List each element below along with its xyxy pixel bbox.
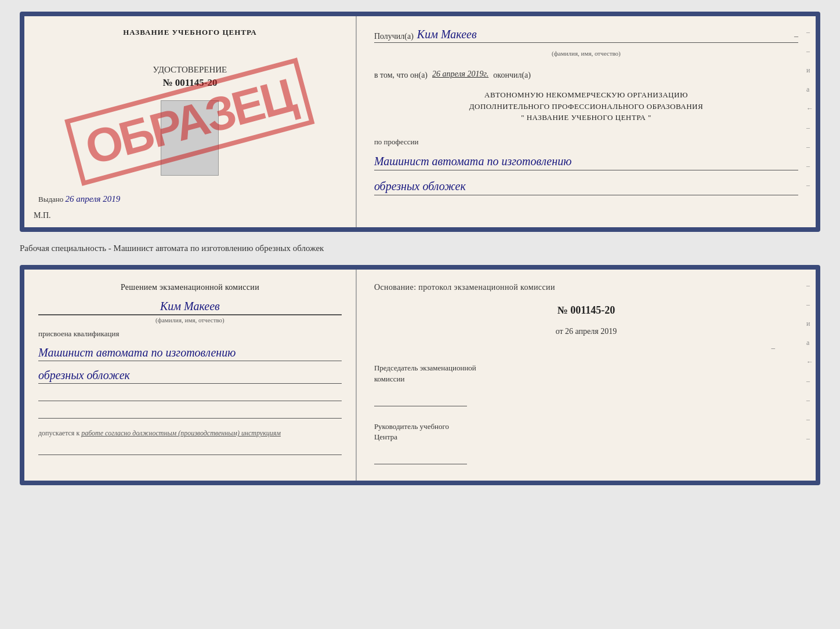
profession-value: Машинист автомата по изготовлению <box>374 154 798 170</box>
допускается-italic: работе согласно должностным (производств… <box>81 429 281 437</box>
chairman-line2: комиссии <box>374 374 798 384</box>
director-line1: Руководитель учебного <box>374 421 798 432</box>
qualification-line2: обрезных обложек <box>38 367 342 384</box>
qualification-label: присвоена квалификация <box>38 329 342 339</box>
cert-type-area: УДОСТОВЕРЕНИЕ № 001145-20 <box>153 65 227 96</box>
completion-row: в том, что он(а) 26 апреля 2019г. окончи… <box>374 68 798 80</box>
org-line1: АВТОНОМНУЮ НЕКОММЕРЧЕСКУЮ ОРГАНИЗАЦИЮ <box>374 89 798 101</box>
profession-value2: обрезных обложек <box>374 179 798 195</box>
decision-text: Решением экзаменационной комиссии <box>38 281 342 294</box>
допускается-text: допускается к работе согласно должностны… <box>38 429 342 438</box>
protocol-date: от 26 апреля 2019 <box>374 327 798 336</box>
dash-after-name: – <box>794 32 798 41</box>
date-dash: – <box>374 343 798 352</box>
cert-type-label: УДОСТОВЕРЕНИЕ <box>153 65 227 75</box>
top-cert-right: Получил(а) Ким Макеев – (фамилия, имя, о… <box>357 16 816 227</box>
profession-label: по профессии <box>374 137 798 147</box>
допускается-prefix: допускается к <box>38 429 79 437</box>
org-school: " НАЗВАНИЕ УЧЕБНОГО ЦЕНТРА " <box>374 112 798 123</box>
top-certificate: НАЗВАНИЕ УЧЕБНОГО ЦЕНТРА ОБРАЗЕЦ УДОСТОВ… <box>20 12 820 232</box>
qualification-line1: Машинист автомата по изготовлению <box>38 344 342 361</box>
protocol-date-value: 26 апреля 2019 <box>565 327 617 336</box>
director-line2: Центра <box>374 432 798 442</box>
fio-label: (фамилия, имя, отчество) <box>374 50 798 57</box>
protocol-number: № 001145-20 <box>374 304 798 317</box>
issued-label: Выдано <box>38 195 63 203</box>
bottom-certificate: Решением экзаменационной комиссии Ким Ма… <box>20 265 820 485</box>
chairman-label: Председатель экзаменационной комиссии <box>374 363 798 384</box>
issued-date-value: 26 апреля 2019 <box>66 194 121 203</box>
director-signature <box>374 450 467 464</box>
fio-label-bottom: (фамилия, имя, отчество) <box>38 315 342 323</box>
blank-line-3 <box>38 443 342 455</box>
recipient-row: Получил(а) Ким Макеев – <box>374 28 798 43</box>
received-prefix: Получил(а) <box>374 32 414 41</box>
right-edge-marks-bottom: – – и а ← – – – – <box>806 281 813 443</box>
school-name-top: НАЗВАНИЕ УЧЕБНОГО ЦЕНТРА <box>123 28 257 37</box>
recipient-name: Ким Макеев <box>417 28 477 41</box>
org-block: АВТОНОМНУЮ НЕКОММЕРЧЕСКУЮ ОРГАНИЗАЦИЮ ДО… <box>374 89 798 123</box>
org-line2: ДОПОЛНИТЕЛЬНОГО ПРОФЕССИОНАЛЬНОГО ОБРАЗО… <box>374 101 798 112</box>
top-cert-left: НАЗВАНИЕ УЧЕБНОГО ЦЕНТРА ОБРАЗЕЦ УДОСТОВ… <box>24 16 357 227</box>
right-edge-marks: – – и а ← – – – – <box>806 28 813 190</box>
mp-label: М.П. <box>34 211 51 220</box>
blank-line-2 <box>38 407 342 419</box>
completion-date: 26 апреля 2019г. <box>432 70 488 79</box>
issued-date: Выдано 26 апреля 2019 <box>38 194 342 204</box>
completed-label: окончил(а) <box>493 71 531 80</box>
foundation-text: Основание: протокол экзаменационной коми… <box>374 281 798 294</box>
profession-line1: Машинист автомата по изготовлению <box>374 155 571 168</box>
blank-line-1 <box>38 390 342 401</box>
photo-placeholder <box>161 100 219 176</box>
person-name-bottom: Ким Макеев <box>38 300 342 315</box>
document-container: НАЗВАНИЕ УЧЕБНОГО ЦЕНТРА ОБРАЗЕЦ УДОСТОВ… <box>20 12 820 485</box>
separator-text: Рабочая специальность - Машинист автомат… <box>20 241 820 256</box>
chairman-line1: Председатель экзаменационной <box>374 363 798 373</box>
director-label: Руководитель учебного Центра <box>374 421 798 442</box>
person-name-area: Ким Макеев (фамилия, имя, отчество) <box>38 300 342 323</box>
in-that-prefix: в том, что он(а) <box>374 71 428 80</box>
cert-number: № 001145-20 <box>153 77 227 89</box>
date-prefix: от <box>556 327 563 336</box>
school-name-right: НАЗВАНИЕ УЧЕБНОГО ЦЕНТРА <box>527 113 646 122</box>
bottom-cert-right: Основание: протокол экзаменационной коми… <box>357 270 816 481</box>
chairman-signature <box>374 392 467 406</box>
bottom-cert-left: Решением экзаменационной комиссии Ким Ма… <box>24 270 357 481</box>
